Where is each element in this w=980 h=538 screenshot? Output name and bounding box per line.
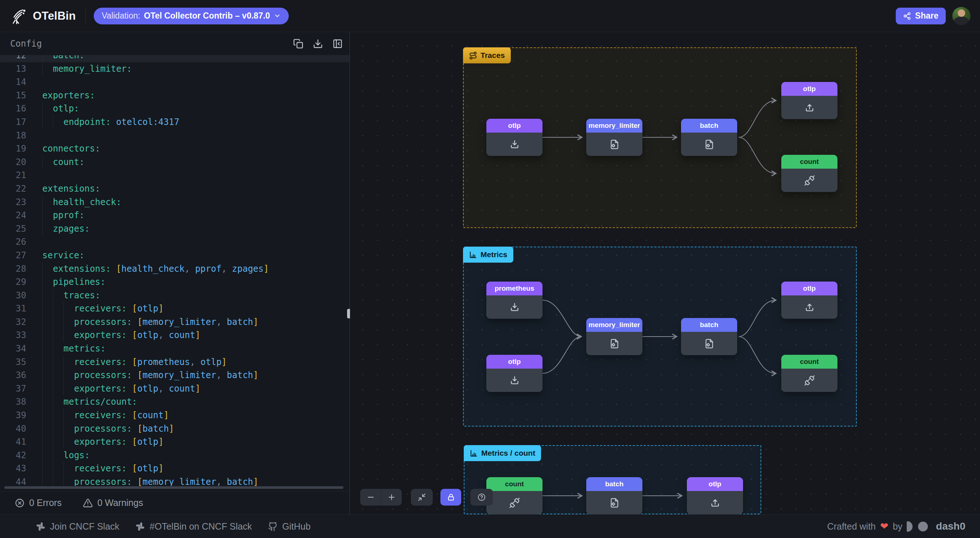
receiver-icon <box>509 375 520 386</box>
errors-status: 0 Errors <box>14 498 62 508</box>
download-config-button[interactable] <box>312 38 324 49</box>
node-label: otlp <box>486 355 542 369</box>
copy-icon <box>293 39 303 49</box>
node-body <box>687 491 743 514</box>
otelbin-logo-icon <box>10 8 27 24</box>
node-body <box>486 369 542 392</box>
share-icon <box>903 12 911 20</box>
footer-bar: Join CNCF Slack #OTelBin on CNCF Slack G… <box>0 514 980 538</box>
connector-icon <box>804 175 815 186</box>
node-label: memory_limiter <box>586 119 643 133</box>
node-body <box>781 96 837 119</box>
bar-chart-icon <box>469 449 478 457</box>
code-lines: 12batch:13memory_limiter:1415exporters:1… <box>0 56 349 486</box>
connector-icon <box>804 375 815 386</box>
node-label: count <box>486 477 542 491</box>
node-body <box>586 133 643 156</box>
crafted-suffix: by <box>893 521 902 532</box>
node-label: count <box>781 355 837 369</box>
share-button[interactable]: Share <box>896 8 946 24</box>
connector-icon <box>509 497 520 508</box>
dash0-brand-label[interactable]: dash0 <box>936 521 966 532</box>
node-label: memory_limiter <box>586 318 643 332</box>
github-label: GitHub <box>282 521 310 532</box>
node-body <box>681 332 737 355</box>
node-metrics-receiver-otlp[interactable]: otlp <box>486 355 542 392</box>
metrics-section-label: Metrics <box>480 250 508 259</box>
app-title: OTelBin <box>33 10 76 22</box>
node-body <box>681 133 737 156</box>
node-traces-receiver-otlp[interactable]: otlp <box>486 119 542 156</box>
join-cncf-slack-link[interactable]: Join CNCF Slack <box>36 521 119 532</box>
node-label: otlp <box>486 119 542 133</box>
warnings-status: 0 Warnings <box>83 498 143 508</box>
node-metrics-connector-count[interactable]: count <box>781 355 837 392</box>
plus-icon <box>387 493 396 501</box>
chevron-down-icon <box>274 13 281 19</box>
node-metrics-count-exporter-otlp[interactable]: otlp <box>687 477 743 514</box>
otelbin-slack-label: #OTelBin on CNCF Slack <box>150 521 252 532</box>
fit-view-button[interactable] <box>411 489 433 506</box>
download-icon <box>313 39 323 49</box>
node-label: prometheus <box>486 282 542 295</box>
node-label: otlp <box>781 282 837 295</box>
metrics-count-section-label: Metrics / count <box>481 449 535 457</box>
otelbin-app: OTelBin Validation: OTel Collector Contr… <box>0 0 980 538</box>
editor-horizontal-scrollbar[interactable] <box>5 486 344 489</box>
github-link[interactable]: GitHub <box>268 521 310 532</box>
bar-chart-icon <box>469 251 477 259</box>
validation-status-bar: 0 Errors 0 Warnings <box>0 491 349 514</box>
validation-value: OTel Collector Contrib – v0.87.0 <box>144 11 270 21</box>
receiver-icon <box>509 302 520 313</box>
zoom-out-button[interactable] <box>360 489 381 506</box>
processor-icon <box>704 338 715 349</box>
route-icon <box>469 51 477 60</box>
node-traces-connector-count[interactable]: count <box>781 155 837 192</box>
exporter-icon <box>804 102 815 113</box>
config-editor-panel: Config <box>0 32 349 514</box>
node-metrics-exporter-otlp[interactable]: otlp <box>781 282 837 319</box>
otelbin-slack-link[interactable]: #OTelBin on CNCF Slack <box>135 521 252 532</box>
node-label: batch <box>681 119 737 133</box>
pipeline-diagram-panel[interactable]: Traces Metrics Metrics / count <box>350 32 980 514</box>
share-label: Share <box>915 11 939 21</box>
node-body <box>781 369 837 392</box>
lock-button[interactable] <box>441 489 461 506</box>
copy-config-button[interactable] <box>293 38 304 49</box>
node-body <box>486 295 542 319</box>
processor-icon <box>609 139 620 150</box>
validation-dropdown[interactable]: Validation: OTel Collector Contrib – v0.… <box>94 8 289 24</box>
panel-left-close-icon <box>332 39 343 49</box>
node-body <box>586 491 643 514</box>
header-divider <box>85 8 86 24</box>
metrics-pipeline-section: Metrics <box>463 247 857 427</box>
help-button[interactable] <box>470 489 493 506</box>
header-bar: OTelBin Validation: OTel Collector Contr… <box>0 0 980 32</box>
node-metrics-processor-memory-limiter[interactable]: memory_limiter <box>586 318 643 355</box>
zoom-controls <box>360 489 402 506</box>
traces-section-tag: Traces <box>463 48 511 63</box>
receiver-icon <box>509 139 520 150</box>
node-metrics-processor-batch[interactable]: batch <box>681 318 737 355</box>
exporter-icon <box>804 302 815 313</box>
node-label: count <box>781 155 837 169</box>
node-metrics-count-processor-batch[interactable]: batch <box>586 477 643 514</box>
editor-title: Config <box>10 39 42 49</box>
github-icon <box>268 522 278 532</box>
dash0-logo-icon <box>918 522 928 532</box>
processor-icon <box>609 338 620 349</box>
traces-section-label: Traces <box>480 51 505 60</box>
zoom-in-button[interactable] <box>381 489 402 506</box>
user-avatar[interactable] <box>952 7 970 25</box>
node-label: batch <box>681 318 737 332</box>
collapse-panel-button[interactable] <box>332 38 344 49</box>
node-traces-processor-memory-limiter[interactable]: memory_limiter <box>586 119 643 156</box>
node-metrics-receiver-prometheus[interactable]: prometheus <box>486 282 542 319</box>
slack-icon <box>36 522 46 532</box>
node-traces-processor-batch[interactable]: batch <box>681 119 737 156</box>
editor-header: Config <box>0 32 349 56</box>
crafted-prefix: Crafted with <box>827 521 876 532</box>
yaml-editor[interactable]: 12batch:13memory_limiter:1415exporters:1… <box>0 56 349 486</box>
node-metrics-count-connector-count[interactable]: count <box>486 477 542 514</box>
node-traces-exporter-otlp[interactable]: otlp <box>781 82 837 119</box>
